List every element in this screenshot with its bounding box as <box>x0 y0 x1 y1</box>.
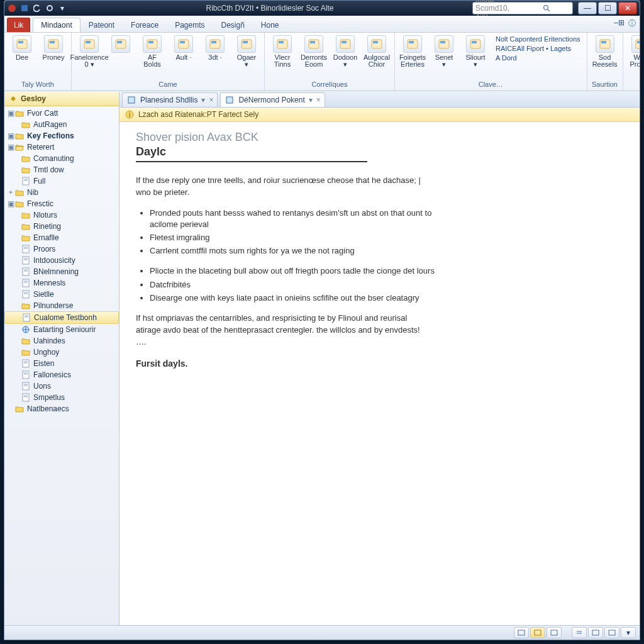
status-view-extra[interactable] <box>604 627 619 638</box>
svg-point-3 <box>543 6 548 10</box>
tree-node-label: Eatarting Seniourir <box>33 325 116 334</box>
ribbon-button[interactable]: AFBolds <box>137 34 167 69</box>
ribbon-button[interactable]: Ogaer▾ <box>231 34 262 69</box>
qat-redo-icon[interactable] <box>45 3 55 13</box>
ribbon-button-sublabel: 0 ▾ <box>84 61 94 68</box>
tree-node[interactable]: Intdoousicity <box>4 255 119 266</box>
info-bar[interactable]: i Lzach asd Riatenak:PT Fartect Sely <box>119 108 640 122</box>
document-tab-close-icon[interactable]: × <box>209 96 213 104</box>
document-tab-dropdown-icon[interactable]: ▾ <box>201 96 205 104</box>
tree-node[interactable]: Unghoy <box>4 347 119 358</box>
ribbon-button[interactable]: Sliourt▾ <box>460 34 491 69</box>
tree-twisty-icon[interactable]: ▣ <box>7 143 14 152</box>
tree-node[interactable]: Smpetlus <box>4 392 119 403</box>
ribbon-tab[interactable]: Pagemts <box>167 18 213 32</box>
tree-node[interactable]: Ernaflle <box>4 232 119 243</box>
document-tab-close-icon[interactable]: × <box>316 96 321 104</box>
tree-node[interactable]: Pilnunderse <box>4 300 119 311</box>
tree-node[interactable]: Sietlle <box>4 289 119 300</box>
tree-node[interactable]: Eatarting Seniourir <box>4 324 119 335</box>
file-tab[interactable]: Lik <box>7 18 30 32</box>
tree-node[interactable]: Rineting <box>4 221 119 232</box>
tree-node[interactable]: BNelmnening <box>4 266 119 277</box>
tree-node-icon <box>21 177 31 186</box>
tree-node[interactable]: ▣Fresctic <box>4 198 119 209</box>
tree-node[interactable]: Full <box>4 175 119 187</box>
navigation-tree[interactable]: ▣Fvor CattAutRagen▣Key Fecfions▣Reterert… <box>4 106 119 625</box>
ribbon-button-sublabel: ▾ <box>442 61 446 68</box>
tree-node[interactable]: Uons <box>4 380 119 392</box>
ribbon-button[interactable]: Ault · <box>169 34 199 62</box>
status-view-outline[interactable] <box>572 627 587 638</box>
navigation-header[interactable]: Gesloy <box>4 92 119 106</box>
tree-twisty-icon[interactable]: ▣ <box>7 199 14 208</box>
tree-node[interactable]: Proors <box>4 243 119 255</box>
tree-twisty-icon[interactable]: ▣ <box>7 131 14 140</box>
ribbon-button[interactable]: Proney <box>38 34 69 62</box>
document-tab-icon <box>126 95 136 105</box>
info-bar-text: Lzach asd Riatenak:PT Fartect Sely <box>138 110 258 119</box>
ribbon-button[interactable]: 3dt · <box>200 34 230 62</box>
tree-node[interactable]: +Nib <box>4 187 119 198</box>
document-tab[interactable]: Planesind Shdllis▾× <box>122 92 218 107</box>
ribbon-link[interactable]: RAICEAll Fiport • Lagets <box>496 45 580 52</box>
tree-node[interactable]: Fallonesics <box>4 369 119 380</box>
document-tab-dropdown-icon[interactable]: ▾ <box>309 96 313 104</box>
tree-node[interactable]: Nloturs <box>4 209 119 221</box>
ribbon-button[interactable]: Dodoon▾ <box>330 34 360 69</box>
ribbon-button[interactable]: WhtiProçes <box>626 34 640 69</box>
tree-node[interactable]: Cualome Testbonh <box>4 311 119 324</box>
maximize-button[interactable]: ☐ <box>598 2 617 14</box>
ribbon-button[interactable]: Fanelorence0 ▾ <box>74 34 104 69</box>
document-tab[interactable]: DéNermond Pokent▾× <box>220 92 325 107</box>
tree-node-icon <box>21 382 31 391</box>
title-search-box[interactable]: Mieat Scomd10, 423 <box>472 2 573 14</box>
minimize-button[interactable]: — <box>578 2 597 14</box>
app-icon <box>7 3 17 13</box>
tree-node[interactable]: Mennesls <box>4 277 119 289</box>
search-icon[interactable] <box>523 3 570 13</box>
ribbon-tab[interactable]: Foreace <box>123 18 167 32</box>
status-zoom-dropdown[interactable]: ▾ <box>621 627 636 638</box>
status-view-layout[interactable] <box>530 627 545 638</box>
svg-rect-6 <box>18 41 23 43</box>
ribbon-button[interactable]: Sod Reesels <box>590 34 620 69</box>
ribbon-button[interactable]: Dee <box>7 34 37 62</box>
ribbon-button[interactable]: VlecrTinns <box>267 34 297 69</box>
tree-node[interactable]: Uahindes <box>4 335 119 347</box>
tree-node[interactable]: Eisten <box>4 358 119 369</box>
ribbon-button[interactable] <box>106 34 136 55</box>
tree-node[interactable]: AutRagen <box>4 119 119 130</box>
ribbon-tab[interactable]: Hone <box>253 18 287 32</box>
status-view-draft[interactable] <box>588 627 603 638</box>
tree-twisty-icon[interactable]: ▣ <box>7 109 14 118</box>
ribbon-tab[interactable]: Pateont <box>80 18 123 32</box>
tree-twisty-icon[interactable]: + <box>7 188 14 197</box>
ribbon-button[interactable]: FoingetsErteries <box>397 34 428 69</box>
ribbon-min-icon[interactable]: –⊞ <box>614 18 625 29</box>
ribbon-help-icon[interactable]: ⓘ <box>628 18 636 29</box>
tree-node[interactable]: ▣Fvor Catt <box>4 108 119 119</box>
tree-node-label: Fallonesics <box>33 370 116 379</box>
ribbon-link[interactable]: Nolt Caponterd Eritenctions <box>496 35 580 43</box>
tree-node[interactable]: Comanuting <box>4 153 119 164</box>
ribbon-button[interactable]: Senet▾ <box>429 34 459 69</box>
qat-more-icon[interactable]: ▾ <box>57 3 67 13</box>
tree-node[interactable]: Tmtl dow <box>4 164 119 175</box>
tree-node[interactable]: ▣Reterert <box>4 142 119 153</box>
ribbon-button[interactable]: AulgocalChior <box>362 34 392 69</box>
qat-save-icon[interactable] <box>19 3 30 13</box>
ribbon-tab[interactable]: Mindaont <box>33 18 80 32</box>
ribbon-tab[interactable]: Desigñ <box>213 18 252 32</box>
status-view-normal[interactable] <box>514 627 529 638</box>
tree-node[interactable]: ▣Key Fecfions <box>4 130 119 142</box>
ribbon-button[interactable]: DerrontsEoom <box>299 34 329 69</box>
ribbon-link[interactable]: A Dord <box>496 54 580 62</box>
status-view-web[interactable] <box>547 627 562 638</box>
close-button[interactable]: ✕ <box>618 2 637 14</box>
doc-para-2: If hst ompriavas the centarribles, and r… <box>136 313 425 348</box>
nav-header-icon <box>8 94 18 104</box>
document-page: Shover pision Avax BCK Daylc If the dse … <box>119 122 640 625</box>
qat-undo-icon[interactable] <box>32 3 42 13</box>
tree-node[interactable]: Natlbenaecs <box>4 403 119 414</box>
